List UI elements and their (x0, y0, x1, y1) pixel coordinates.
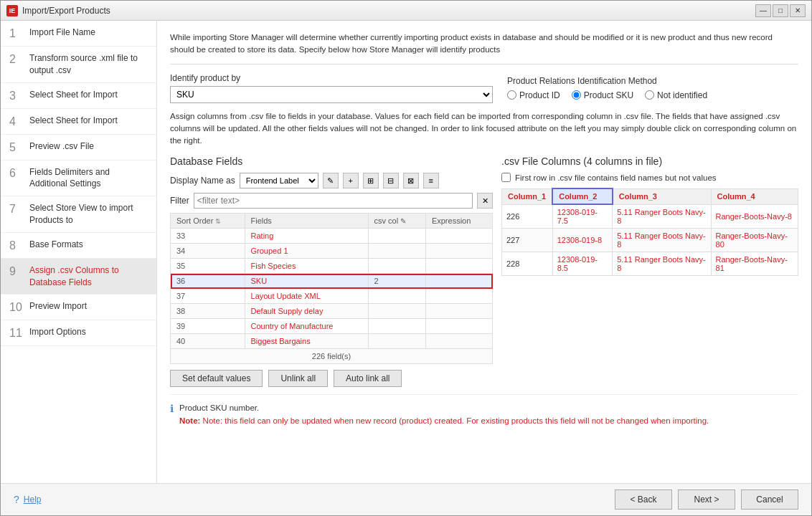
table-row[interactable]: 39 Country of Manufacture (171, 319, 493, 334)
csvlink-40 (368, 334, 425, 349)
csv-228-c2: 12308-019-8.5 (552, 252, 613, 276)
sidebar-label-2: Transform source .xml file to output .cs… (29, 52, 148, 77)
action-btns: Set default values Unlink all Auto link … (170, 370, 493, 387)
table-row[interactable]: 37 Layout Update XML (171, 289, 493, 304)
sort-35: 35 (171, 259, 245, 274)
radio-group: Product ID Product SKU Not identified (507, 90, 798, 100)
csv-row-228[interactable]: 228 12308-019-8.5 5.11 Ranger Boots Navy… (502, 252, 798, 276)
field-layoutxml: Layout Update XML (245, 289, 368, 304)
field-fishspecies: Fish Species (245, 259, 368, 274)
sidebar-label-9: Assign .csv Columns to Database Fields (29, 264, 148, 289)
minimize-button[interactable]: — (755, 4, 771, 17)
display-name-label: Display Name as (170, 176, 235, 186)
sort-40: 40 (171, 334, 245, 349)
close-button[interactable]: ✕ (790, 4, 806, 17)
sort-39: 39 (171, 319, 245, 334)
filter-row: Filter ✕ (170, 193, 493, 209)
sidebar-item-1[interactable]: 1 Import File Name (1, 21, 156, 47)
csv-227-c4: Ranger-Boots-Navy-80 (711, 229, 798, 252)
csv-col-header-4[interactable]: Column_4 (711, 188, 798, 204)
expr-33 (425, 229, 492, 244)
db-col-sort[interactable]: Sort Order ⇅ (171, 214, 245, 229)
export-icon-btn[interactable]: ⊠ (403, 173, 419, 188)
sidebar-item-5[interactable]: 5 Preview .csv File (1, 135, 156, 161)
csv-col-header-2[interactable]: Column_2 (552, 188, 613, 204)
unlink-all-btn[interactable]: Unlink all (268, 370, 328, 387)
db-toolbar: Display Name as Frontend Label Database … (170, 173, 493, 188)
csv-228-c3: 5.11 Ranger Boots Navy-8 (613, 252, 711, 276)
sidebar: 1 Import File Name 2 Transform source .x… (1, 21, 157, 483)
filter-clear-btn[interactable]: ✕ (477, 193, 493, 209)
maximize-button[interactable]: □ (773, 4, 788, 17)
csv-row-227[interactable]: 227 12308-019-8 5.11 Ranger Boots Navy-8… (502, 229, 798, 252)
expr-34 (425, 244, 492, 259)
add-icon-btn[interactable]: + (343, 173, 359, 188)
identify-dropdown[interactable]: SKU Product ID Product Name (170, 86, 493, 103)
sidebar-item-6[interactable]: 6 Fields Delimiters and Additional Setti… (1, 161, 156, 197)
sidebar-item-2[interactable]: 2 Transform source .xml file to output .… (1, 47, 156, 83)
sidebar-num-4: 4 (9, 115, 22, 128)
db-table-footer: 226 field(s) (170, 349, 493, 364)
set-default-values-btn[interactable]: Set default values (170, 370, 263, 387)
table-row-sku[interactable]: 36 SKU 2 (171, 274, 493, 289)
db-panel: Database Fields Display Name as Frontend… (170, 156, 493, 387)
csv-col-header-1[interactable]: Column_1 (502, 188, 553, 204)
csv-table: Column_1 Column_2 Column_3 Column_4 (501, 188, 798, 276)
edit-icon-btn[interactable]: ✎ (323, 173, 339, 188)
back-button[interactable]: < Back (615, 489, 672, 510)
sort-37: 37 (171, 289, 245, 304)
table-row[interactable]: 33 Rating (171, 229, 493, 244)
table-row[interactable]: 40 Biggest Bargains (171, 334, 493, 349)
sort-icon-btn[interactable]: ≡ (423, 173, 439, 188)
sidebar-item-11[interactable]: 11 Import Options (1, 320, 156, 346)
sidebar-num-2: 2 (9, 53, 22, 66)
sidebar-item-8[interactable]: 8 Base Formats (1, 233, 156, 259)
radio-product-sku-input[interactable] (572, 90, 581, 100)
table-row[interactable]: 38 Default Supply delay (171, 304, 493, 319)
filter-input[interactable] (194, 193, 473, 209)
grid-icon-btn[interactable]: ⊞ (363, 173, 379, 188)
db-col-fields[interactable]: Fields (245, 214, 368, 229)
db-col-csvcol[interactable]: csv col ✎ (368, 214, 425, 229)
sidebar-num-8: 8 (9, 239, 22, 252)
main-content: 1 Import File Name 2 Transform source .x… (1, 21, 811, 483)
auto-link-all-btn[interactable]: Auto link all (334, 370, 402, 387)
table-row[interactable]: 35 Fish Species (171, 259, 493, 274)
radio-not-identified-input[interactable] (645, 90, 654, 100)
first-row-checkbox[interactable] (501, 173, 511, 182)
radio-not-identified[interactable]: Not identified (645, 90, 707, 100)
radio-product-sku[interactable]: Product SKU (572, 90, 633, 100)
title-bar: IE Import/Export Products — □ ✕ (1, 1, 811, 21)
sidebar-item-4[interactable]: 4 Select Sheet for Import (1, 109, 156, 135)
radio-product-id-input[interactable] (507, 90, 516, 100)
copy-icon-btn[interactable]: ⊟ (383, 173, 399, 188)
csv-228-c1: 228 (502, 252, 553, 276)
next-button[interactable]: Next > (678, 489, 735, 510)
expr-37 (425, 289, 492, 304)
csv-227-c1: 227 (502, 229, 553, 252)
sidebar-label-8: Base Formats (29, 239, 83, 251)
csv-col-header-3[interactable]: Column_3 (613, 188, 711, 204)
table-row[interactable]: 34 Grouped 1 (171, 244, 493, 259)
sidebar-item-7[interactable]: 7 Select Store View to import Products t… (1, 196, 156, 233)
display-name-select[interactable]: Frontend Label Database Name (240, 173, 318, 188)
sidebar-num-10: 10 (9, 301, 22, 314)
sidebar-item-3[interactable]: 3 Select Sheet for Import (1, 83, 156, 109)
content-area: While importing Store Manager will deter… (157, 21, 811, 483)
field-rating: Rating (245, 229, 368, 244)
csvlink-39 (368, 319, 425, 334)
sidebar-item-10[interactable]: 10 Preview Import (1, 295, 156, 320)
field-grouped1: Grouped 1 (245, 244, 368, 259)
help-link[interactable]: Help (24, 494, 42, 505)
cancel-button[interactable]: Cancel (741, 489, 798, 510)
sidebar-item-9[interactable]: 9 Assign .csv Columns to Database Fields (1, 259, 156, 295)
db-col-expression[interactable]: Expression (425, 214, 492, 229)
csv-row-226[interactable]: 226 12308-019-7.5 5.11 Ranger Boots Navy… (502, 204, 798, 229)
expr-35 (425, 259, 492, 274)
expr-39 (425, 319, 492, 334)
panels-row: Database Fields Display Name as Frontend… (170, 156, 798, 387)
csvlink-35 (368, 259, 425, 274)
radio-product-id[interactable]: Product ID (507, 90, 560, 100)
product-relations-label: Product Relations Identification Method (507, 76, 798, 86)
sidebar-num-5: 5 (9, 141, 22, 154)
